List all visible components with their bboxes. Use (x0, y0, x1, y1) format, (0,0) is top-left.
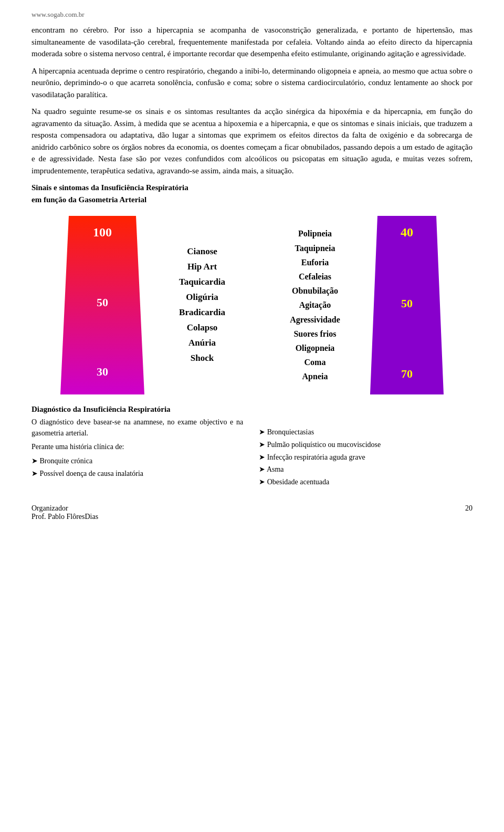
diag-left-item-1: Possível doença de causa inalatória (32, 467, 243, 480)
right-value-top: 40 (401, 225, 413, 240)
center-item-0: Cianose (150, 244, 255, 259)
center-item-2: Taquicardia (150, 275, 255, 290)
center-item-5: Colapso (150, 320, 255, 336)
page-number: 20 (465, 504, 472, 521)
center-item-3: Oligúria (150, 290, 255, 305)
center-item-1: Hip Art (150, 259, 255, 275)
right-item-2: Euforia (265, 255, 365, 269)
footer: Organizador Prof. Pablo FlôresDias 20 (32, 504, 472, 521)
right-value-mid: 50 (401, 297, 413, 310)
paragraph-2: A hipercapnia acentuada deprime o centro… (32, 65, 472, 101)
right-value-bot: 70 (401, 367, 413, 381)
right-item-10: Apneia (265, 369, 365, 383)
diag-right-item-2: Infecção respiratória aguda grave (259, 451, 470, 464)
right-item-5: Agitação (265, 298, 365, 312)
diagnosis-left: Diagnóstico da Insuficiência Respiratóri… (32, 405, 243, 488)
organizer-label: Organizador (32, 504, 98, 513)
center-symptoms: Cianose Hip Art Taquicardia Oligúria Bra… (144, 244, 260, 366)
diagnosis-title: Diagnóstico da Insuficiência Respiratóri… (32, 405, 243, 414)
diagnosis-right: Bronquiectasias Pulmão poliquístico ou m… (259, 405, 470, 488)
right-item-6: Agressividade (265, 313, 365, 327)
left-value-top: 100 (93, 225, 112, 240)
right-item-4: Obnubilação (265, 284, 365, 298)
paragraph-3: Na quadro seguinte resume-se os sinais e… (32, 106, 472, 176)
right-item-7: Suores frios (265, 327, 365, 341)
right-item-9: Coma (265, 355, 365, 369)
left-trapezoid-container: 100 50 30 (60, 216, 144, 394)
diagnosis-section: Diagnóstico da Insuficiência Respiratóri… (32, 405, 472, 488)
section-heading-line1: Sinais e sintomas da Insuficiência Respi… (32, 183, 188, 192)
diagnosis-right-list: Bronquiectasias Pulmão poliquístico ou m… (259, 426, 470, 488)
author-name: Prof. Pablo FlôresDias (32, 513, 98, 521)
diagnosis-left-list: Bronquite crónica Possível doença de cau… (32, 455, 243, 480)
center-item-6: Anúria (150, 336, 255, 351)
section-heading: Sinais e sintomas da Insuficiência Respi… (32, 182, 472, 205)
right-item-8: Oligopneia (265, 341, 365, 355)
diag-right-item-1: Pulmão poliquístico ou mucoviscidose (259, 439, 470, 451)
website-url: www.sogab.com.br (32, 11, 472, 19)
diag-right-item-3: Asma (259, 463, 470, 476)
diag-left-item-0: Bronquite crónica (32, 455, 243, 467)
footer-left: Organizador Prof. Pablo FlôresDias (32, 504, 98, 521)
left-trapezoid-labels: 100 50 30 (60, 216, 144, 394)
diagnosis-text: O diagnóstico deve basear-se na anamnese… (32, 417, 243, 439)
chart-section: 100 50 30 Cianose Hip Art Taquicardia Ol… (32, 216, 472, 394)
diagnosis-subheading: Perante uma história clínica de: (32, 441, 243, 452)
paragraph-1: encontram no cérebro. Por isso a hiperca… (32, 24, 472, 60)
right-trapezoid-container: 40 50 70 (370, 216, 444, 394)
left-value-bot: 30 (97, 365, 108, 379)
center-item-4: Bradicardia (150, 305, 255, 320)
right-item-0: Polipneia (265, 226, 365, 241)
diag-right-item-0: Bronquiectasias (259, 426, 470, 439)
left-value-mid: 50 (97, 296, 108, 309)
section-heading-line2: em função da Gasometria Arterial (32, 195, 146, 204)
right-item-3: Cefaleias (265, 269, 365, 284)
right-symptoms: Polipneia Taquipneia Euforia Cefaleias O… (260, 226, 370, 383)
diag-right-item-4: Obesidade acentuada (259, 476, 470, 488)
right-item-1: Taquipneia (265, 241, 365, 255)
right-trapezoid-labels: 40 50 70 (370, 216, 444, 394)
center-item-7: Shock (150, 351, 255, 366)
